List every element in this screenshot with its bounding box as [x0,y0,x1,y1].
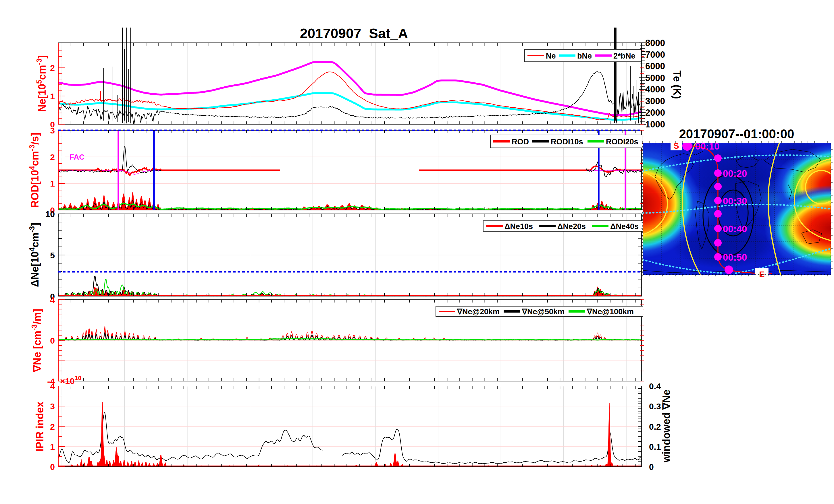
svg-text:windowed ∇Ne: windowed ∇Ne [660,389,672,463]
svg-text:00:50: 00:50 [723,252,747,262]
svg-text:2: 2 [50,153,55,162]
svg-text:∇Ne@100km: ∇Ne@100km [587,307,634,316]
svg-text:8000: 8000 [645,38,665,48]
svg-text:4000: 4000 [645,84,665,94]
svg-text:RODI10s: RODI10s [551,137,583,146]
svg-text:1: 1 [50,442,55,452]
svg-text:0: 0 [50,336,55,345]
svg-text:ΔNe20s: ΔNe20s [557,222,586,231]
svg-text:∇Ne@50km: ∇Ne@50km [522,307,565,316]
svg-text:2000: 2000 [645,108,665,118]
svg-text:20170907 Sat_A: 20170907 Sat_A [300,26,408,41]
svg-text:0: 0 [50,462,55,472]
svg-text:RODI20s: RODI20s [606,137,638,146]
svg-text:00:30: 00:30 [723,196,747,206]
svg-text:6000: 6000 [645,61,665,71]
svg-text:0.1: 0.1 [649,442,661,452]
svg-text:0: 0 [649,462,654,472]
svg-text:1000: 1000 [645,119,665,130]
svg-text:bNe: bNe [577,52,592,60]
svg-text:S: S [674,141,679,151]
svg-text:20170907--01:00:00: 20170907--01:00:00 [679,127,794,141]
svg-text:3000: 3000 [645,96,665,106]
svg-text:1: 1 [50,179,55,188]
svg-text:3: 3 [50,402,55,411]
svg-text:ΔNe10s: ΔNe10s [504,222,533,231]
svg-text:4: 4 [50,382,55,391]
svg-text:00:20: 00:20 [723,168,747,179]
svg-text:5000: 5000 [645,73,665,83]
svg-text:0.3: 0.3 [649,402,661,411]
svg-text:0.4: 0.4 [649,382,661,391]
svg-text:10: 10 [45,209,55,219]
svg-text:∇Ne [cm-3​/m]: ∇Ne [cm-3​/m] [30,309,43,372]
svg-text:3: 3 [50,126,55,135]
svg-text:2: 2 [50,63,55,73]
svg-text:2*bNe: 2*bNe [613,52,635,60]
svg-text:7000: 7000 [645,50,665,60]
svg-text:FAC: FAC [69,153,85,161]
svg-text:1: 1 [50,92,55,101]
svg-text:E: E [759,270,765,279]
svg-text:∇Ne@20km: ∇Ne@20km [457,307,500,316]
svg-text:IPIR index: IPIR index [34,402,46,452]
svg-text:00:40: 00:40 [723,224,747,234]
svg-text:5: 5 [50,251,55,260]
svg-text:ΔNe40s: ΔNe40s [610,222,639,231]
svg-text:ROD: ROD [512,137,529,146]
svg-text:2: 2 [50,422,55,431]
svg-text:Te (K): Te (K) [671,70,683,99]
svg-text:ROD[104​cm-3​/s]: ROD[104​cm-3​/s] [28,133,41,208]
svg-text:0.2: 0.2 [649,422,661,431]
svg-text:4: 4 [50,295,55,304]
svg-text:Ne: Ne [546,52,556,60]
